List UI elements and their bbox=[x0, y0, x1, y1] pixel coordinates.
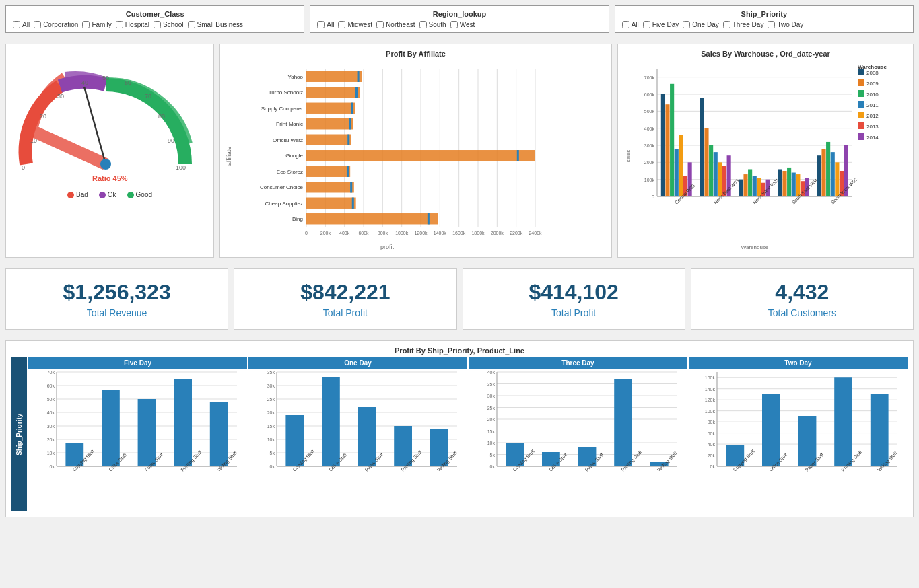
svg-text:10k: 10k bbox=[487, 441, 496, 445]
svg-rect-89 bbox=[665, 104, 669, 196]
svg-text:2000k: 2000k bbox=[491, 231, 504, 235]
svg-rect-91 bbox=[675, 149, 679, 196]
section-header-3: Two Day bbox=[689, 357, 908, 369]
svg-text:0: 0 bbox=[22, 164, 25, 171]
svg-rect-121 bbox=[821, 149, 825, 196]
svg-text:2012: 2012 bbox=[866, 113, 879, 119]
svg-text:2011: 2011 bbox=[866, 102, 879, 108]
svg-text:Google: Google bbox=[285, 153, 303, 159]
svg-rect-52 bbox=[306, 135, 351, 145]
svg-text:20k: 20k bbox=[487, 417, 496, 422]
svg-text:profit: profit bbox=[380, 244, 395, 250]
bottom-chart-title: Profit By Ship_Priority, Product_Line bbox=[11, 346, 908, 355]
svg-text:35k: 35k bbox=[267, 370, 275, 375]
svg-rect-40 bbox=[306, 71, 362, 82]
svg-text:1400k: 1400k bbox=[434, 231, 447, 235]
svg-rect-120 bbox=[817, 155, 821, 196]
svg-rect-139 bbox=[858, 101, 864, 108]
svg-rect-61 bbox=[306, 182, 354, 192]
bottom-chart-inner: Ship_Priority Five Day0k10k20k30k40k50k6… bbox=[11, 357, 908, 511]
svg-text:30: 30 bbox=[57, 93, 64, 100]
filter-item-hospital: Hospital bbox=[116, 21, 149, 28]
svg-rect-104 bbox=[739, 180, 743, 196]
svg-text:30k: 30k bbox=[267, 383, 275, 388]
gauge-chart: 0 10 20 30 40 50 60 70 80 90 100 Ratio 4… bbox=[5, 44, 214, 258]
bottom-chart-container: Profit By Ship_Priority, Product_Line Sh… bbox=[5, 340, 914, 517]
legend-good-dot bbox=[127, 192, 134, 198]
legend-ok: Ok bbox=[99, 191, 116, 198]
svg-rect-123 bbox=[831, 152, 835, 196]
svg-text:100: 100 bbox=[176, 164, 186, 171]
kpi-label-3: Total Customers bbox=[702, 307, 902, 318]
svg-text:Ratio 45%: Ratio 45% bbox=[92, 174, 128, 182]
top-filters: Customer_Class All Corporation Family Ho… bbox=[0, 0, 919, 38]
svg-text:0k: 0k bbox=[490, 464, 496, 469]
svg-rect-88 bbox=[661, 94, 665, 196]
kpi-label-2: Total Profit bbox=[474, 307, 674, 318]
svg-text:400k: 400k bbox=[339, 231, 350, 235]
legend-bad-dot bbox=[67, 192, 74, 198]
svg-text:20: 20 bbox=[40, 113, 46, 120]
section-svg-2: 0k5k10k15k20k25k30k35k40kCopying StuffOf… bbox=[469, 369, 684, 510]
svg-text:40k: 40k bbox=[47, 410, 55, 415]
svg-text:1000k: 1000k bbox=[395, 231, 409, 235]
customer-class-title: Customer_Class bbox=[13, 10, 297, 18]
kpi-label-0: Total Revenue bbox=[17, 307, 217, 318]
svg-rect-191 bbox=[285, 415, 304, 466]
svg-text:60k: 60k bbox=[47, 383, 55, 388]
svg-rect-96 bbox=[700, 98, 704, 196]
region-lookup-items: All Midwest Northeast South West bbox=[317, 21, 601, 28]
bottom-section-0: Five Day0k10k20k30k40k50k60k70kCopying S… bbox=[27, 357, 247, 511]
svg-text:10k: 10k bbox=[267, 437, 275, 442]
svg-rect-58 bbox=[306, 166, 350, 177]
svg-text:200k: 200k bbox=[320, 231, 331, 235]
svg-text:10k: 10k bbox=[47, 451, 55, 455]
svg-text:30k: 30k bbox=[487, 394, 496, 398]
kpi-box-0: $1,256,323 Total Revenue bbox=[5, 268, 228, 330]
profit-affiliate-svg: 0200k400k600k800k1000k1200k1400k1600k180… bbox=[226, 62, 549, 250]
filter-item-small-business: Small Business bbox=[188, 21, 243, 28]
svg-text:Supply Comparer: Supply Comparer bbox=[261, 106, 304, 112]
filter-item-five-day: Five Day bbox=[643, 21, 679, 28]
svg-text:70: 70 bbox=[145, 93, 151, 100]
kpi-label-1: Total Profit bbox=[245, 307, 445, 318]
section-svg-0: 0k10k20k30k40k50k60k70kCopying StuffOffi… bbox=[28, 369, 244, 510]
svg-rect-133 bbox=[858, 69, 864, 75]
svg-rect-114 bbox=[787, 168, 791, 196]
svg-rect-43 bbox=[306, 87, 360, 98]
svg-text:300k: 300k bbox=[644, 143, 655, 148]
svg-rect-259 bbox=[871, 394, 889, 466]
svg-rect-65 bbox=[352, 198, 354, 209]
svg-text:2010: 2010 bbox=[866, 91, 879, 98]
filter-item-two-day: Two Day bbox=[768, 21, 803, 28]
svg-text:2008: 2008 bbox=[866, 70, 879, 76]
svg-rect-97 bbox=[704, 128, 708, 196]
svg-rect-165 bbox=[102, 390, 120, 466]
svg-point-12 bbox=[100, 159, 111, 170]
svg-rect-141 bbox=[858, 112, 864, 118]
svg-text:100k: 100k bbox=[644, 178, 655, 182]
svg-text:Bing: Bing bbox=[292, 216, 303, 222]
svg-text:20k: 20k bbox=[47, 437, 55, 442]
svg-rect-55 bbox=[306, 150, 535, 161]
svg-rect-59 bbox=[347, 166, 349, 177]
filter-item-corporation: Corporation bbox=[34, 21, 78, 28]
svg-text:Yahoo: Yahoo bbox=[287, 74, 303, 80]
svg-text:500k: 500k bbox=[644, 109, 655, 114]
svg-text:Official Warz: Official Warz bbox=[273, 137, 303, 143]
svg-text:60: 60 bbox=[125, 79, 131, 86]
sales-warehouse-svg: 0100k200k300k400k500k600k700kCentral W05… bbox=[623, 62, 906, 250]
svg-text:2009: 2009 bbox=[866, 81, 879, 87]
filter-item-all: All bbox=[622, 21, 639, 28]
svg-text:5k: 5k bbox=[270, 451, 275, 455]
svg-rect-227 bbox=[614, 379, 632, 467]
svg-rect-257 bbox=[834, 377, 852, 466]
kpi-row: $1,256,323 Total Revenue $842,221 Total … bbox=[0, 263, 919, 335]
svg-rect-106 bbox=[748, 169, 752, 196]
bottom-section-3: Two Day0k20k40k60k80k100k120k140k160kCop… bbox=[687, 357, 908, 511]
ship-priority-filter: Ship_Priority All Five Day One Day Three… bbox=[615, 5, 914, 33]
svg-rect-137 bbox=[858, 90, 864, 97]
svg-rect-47 bbox=[351, 103, 353, 114]
kpi-value-3: 4,432 bbox=[702, 280, 902, 305]
region-lookup-title: Region_lookup bbox=[317, 10, 601, 18]
